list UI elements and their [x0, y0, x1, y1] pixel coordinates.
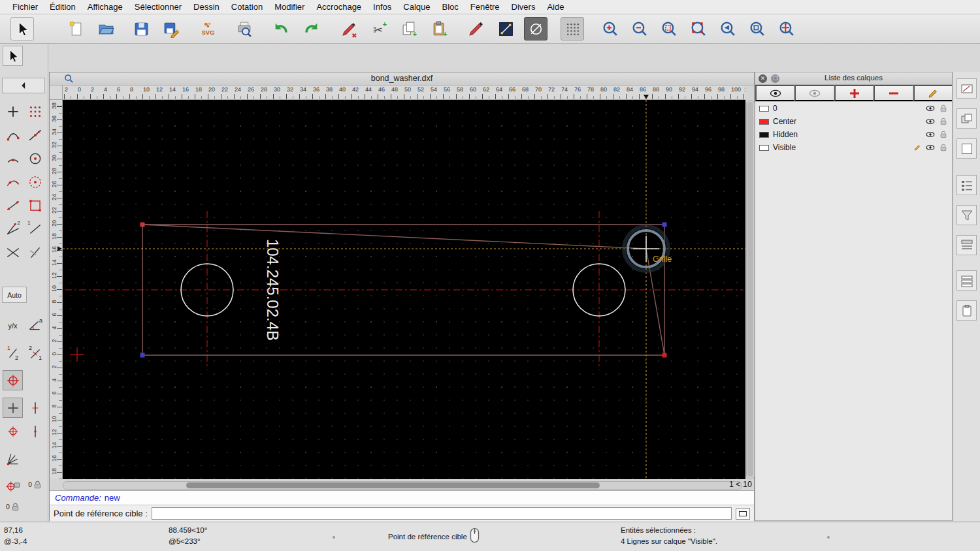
- restrict-box-button[interactable]: [25, 195, 45, 215]
- menu-fenetre[interactable]: Fenêtre: [465, 2, 506, 12]
- zoom-window-button[interactable]: [745, 17, 769, 40]
- snap-single-button[interactable]: 1: [25, 219, 45, 239]
- drawing-window-titlebar[interactable]: bond_washer.dxf: [50, 72, 754, 86]
- layer-visibility-icon[interactable]: [926, 118, 935, 125]
- layer-lock-icon[interactable]: [939, 131, 948, 138]
- middle-count-button[interactable]: 21: [25, 343, 45, 363]
- snap-distance-button[interactable]: [3, 172, 23, 192]
- zoom-previous-button[interactable]: [716, 17, 740, 40]
- dock-detail-button[interactable]: [956, 235, 977, 255]
- layer-lock-icon[interactable]: [939, 104, 948, 112]
- circle-tool-button[interactable]: [524, 17, 547, 40]
- layer-row-0[interactable]: 0: [755, 102, 952, 115]
- add-layer-button[interactable]: [834, 85, 874, 101]
- menu-edition[interactable]: Édition: [44, 2, 82, 12]
- lock-relative-zero-button[interactable]: [3, 475, 23, 495]
- snap-center-button[interactable]: [3, 148, 23, 168]
- attributes-pen-button[interactable]: [464, 17, 487, 40]
- snap-intersection-button[interactable]: [25, 172, 45, 192]
- show-all-layers-button[interactable]: [755, 85, 794, 101]
- save-button[interactable]: [129, 17, 153, 40]
- zoom-out-button[interactable]: [628, 17, 651, 40]
- vertical-scrollbar[interactable]: [746, 100, 755, 479]
- zero-lock-secondary-button[interactable]: 0: [3, 497, 23, 517]
- zoom-pan-button[interactable]: [775, 17, 798, 40]
- paste-button[interactable]: +: [427, 17, 451, 40]
- vertical-scrollbar-thumb[interactable]: [747, 102, 753, 477]
- layer-visibility-icon[interactable]: [926, 104, 935, 112]
- angle-rays-button[interactable]: [3, 449, 23, 469]
- menu-fichier[interactable]: Fichier: [7, 2, 44, 12]
- drawing-canvas[interactable]: 104.245.02.4BGrille: [63, 100, 745, 479]
- layer-visibility-icon[interactable]: [926, 131, 935, 138]
- zoom-auto-button[interactable]: [657, 17, 681, 40]
- menu-calque[interactable]: Calque: [397, 2, 436, 12]
- menu-affichage[interactable]: Affichage: [82, 2, 129, 12]
- target-zero-button[interactable]: [3, 421, 23, 441]
- menu-infos[interactable]: Infos: [367, 2, 397, 12]
- copy-button[interactable]: +: [397, 17, 421, 40]
- redo-button[interactable]: [299, 17, 323, 40]
- command-input[interactable]: [152, 507, 732, 520]
- draw-order-button[interactable]: [494, 17, 517, 40]
- hide-all-layers-button[interactable]: [794, 85, 834, 101]
- dock-filter-button[interactable]: [956, 205, 977, 225]
- menu-dessin[interactable]: Dessin: [188, 2, 225, 12]
- palette-select-button[interactable]: [3, 46, 23, 66]
- edit-layer-button[interactable]: [913, 85, 952, 101]
- set-relative-zero-button[interactable]: [3, 370, 23, 390]
- dock-clipboard-button[interactable]: [956, 300, 977, 321]
- dock-rows-button[interactable]: [956, 270, 977, 291]
- snap-on-entity-button[interactable]: [25, 125, 45, 145]
- delete-entities-button[interactable]: [337, 17, 361, 40]
- menu-cotation[interactable]: Cotation: [225, 2, 269, 12]
- snap-endpoint-button[interactable]: [3, 125, 23, 145]
- restrict-nothing-button[interactable]: [25, 242, 45, 262]
- grid-toggle-button[interactable]: [561, 17, 584, 40]
- dock-blocks-button[interactable]: [956, 108, 977, 129]
- vertical-line-button[interactable]: [25, 421, 45, 441]
- snap-angle-button[interactable]: 2: [3, 219, 23, 239]
- horizontal-scrollbar-thumb[interactable]: [186, 482, 600, 488]
- new-file-button[interactable]: [64, 17, 88, 40]
- menu-selectionner[interactable]: Sélectionner: [129, 2, 188, 12]
- open-file-button[interactable]: [94, 17, 118, 40]
- vertical-snap-button[interactable]: [25, 398, 45, 418]
- layer-row-visible[interactable]: Visible: [755, 141, 952, 154]
- layer-row-center[interactable]: Center: [755, 115, 952, 128]
- command-window-toggle-button[interactable]: [736, 508, 750, 520]
- zoom-in-button[interactable]: [598, 17, 622, 40]
- save-as-button[interactable]: [159, 17, 183, 40]
- menu-accrochage[interactable]: Accrochage: [310, 2, 367, 12]
- middle-ratio-button[interactable]: 12: [3, 343, 23, 363]
- menu-aide[interactable]: Aide: [541, 2, 570, 12]
- dock-frame-button[interactable]: [956, 138, 977, 159]
- cut-button[interactable]: ✂+: [367, 17, 391, 40]
- snap-auto-button[interactable]: Auto: [2, 287, 27, 303]
- layer-visibility-icon[interactable]: [926, 144, 935, 151]
- horizontal-scrollbar[interactable]: [63, 481, 742, 490]
- dock-list-button[interactable]: [956, 175, 977, 195]
- layer-row-hidden[interactable]: Hidden: [755, 128, 952, 141]
- dock-drafting-button[interactable]: [956, 78, 977, 99]
- select-tool-button[interactable]: [10, 17, 34, 40]
- coords-cartesian-button[interactable]: y/x: [3, 315, 23, 336]
- restrict-line-button[interactable]: [3, 195, 23, 215]
- coords-polar-button[interactable]: a: [25, 315, 45, 336]
- remove-layer-button[interactable]: [874, 85, 913, 101]
- layer-lock-icon[interactable]: [939, 144, 948, 151]
- restrict-orthogonal-button[interactable]: [3, 242, 23, 262]
- menu-divers[interactable]: Divers: [506, 2, 542, 12]
- palette-collapse-button[interactable]: [2, 78, 45, 93]
- snap-middle-button[interactable]: [25, 148, 45, 168]
- relative-plus-button[interactable]: [3, 398, 23, 418]
- undo-button[interactable]: [269, 17, 293, 40]
- svg-export-button[interactable]: SVG: [196, 17, 220, 40]
- snap-grid-button[interactable]: [25, 101, 45, 121]
- zero-lock-button[interactable]: 0: [25, 475, 45, 495]
- print-preview-button[interactable]: [233, 17, 256, 40]
- snap-free-button[interactable]: [3, 101, 23, 121]
- zoom-selection-button[interactable]: [687, 17, 710, 40]
- menu-modifier[interactable]: Modifier: [269, 2, 310, 12]
- layer-lock-icon[interactable]: [939, 118, 948, 125]
